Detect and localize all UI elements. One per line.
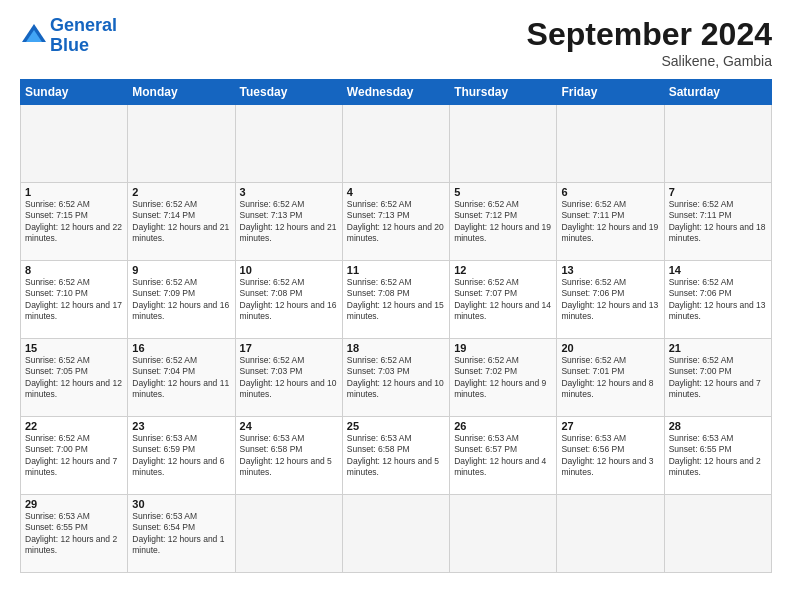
calendar-cell [235,105,342,183]
calendar-cell [450,495,557,573]
day-info: Sunrise: 6:52 AM Sunset: 7:13 PM Dayligh… [240,199,338,245]
logo-line1: General [50,15,117,35]
calendar-week-row: 29Sunrise: 6:53 AM Sunset: 6:55 PM Dayli… [21,495,772,573]
calendar-cell: 9Sunrise: 6:52 AM Sunset: 7:09 PM Daylig… [128,261,235,339]
calendar-cell: 21Sunrise: 6:52 AM Sunset: 7:00 PM Dayli… [664,339,771,417]
day-info: Sunrise: 6:52 AM Sunset: 7:08 PM Dayligh… [240,277,338,323]
day-info: Sunrise: 6:53 AM Sunset: 6:58 PM Dayligh… [347,433,445,479]
calendar-cell: 3Sunrise: 6:52 AM Sunset: 7:13 PM Daylig… [235,183,342,261]
calendar-cell: 12Sunrise: 6:52 AM Sunset: 7:07 PM Dayli… [450,261,557,339]
day-info: Sunrise: 6:52 AM Sunset: 7:11 PM Dayligh… [561,199,659,245]
logo-line2: Blue [50,35,89,55]
day-number: 30 [132,498,230,510]
day-number: 1 [25,186,123,198]
calendar-cell: 25Sunrise: 6:53 AM Sunset: 6:58 PM Dayli… [342,417,449,495]
day-number: 12 [454,264,552,276]
col-header-sunday: Sunday [21,80,128,105]
day-info: Sunrise: 6:52 AM Sunset: 7:00 PM Dayligh… [25,433,123,479]
calendar-cell: 17Sunrise: 6:52 AM Sunset: 7:03 PM Dayli… [235,339,342,417]
day-info: Sunrise: 6:53 AM Sunset: 6:57 PM Dayligh… [454,433,552,479]
day-number: 22 [25,420,123,432]
calendar-cell: 4Sunrise: 6:52 AM Sunset: 7:13 PM Daylig… [342,183,449,261]
day-info: Sunrise: 6:52 AM Sunset: 7:06 PM Dayligh… [669,277,767,323]
day-info: Sunrise: 6:52 AM Sunset: 7:03 PM Dayligh… [240,355,338,401]
logo-text: General Blue [50,16,117,56]
day-info: Sunrise: 6:53 AM Sunset: 6:54 PM Dayligh… [132,511,230,557]
calendar-cell [342,495,449,573]
day-number: 24 [240,420,338,432]
calendar-cell: 8Sunrise: 6:52 AM Sunset: 7:10 PM Daylig… [21,261,128,339]
day-info: Sunrise: 6:52 AM Sunset: 7:14 PM Dayligh… [132,199,230,245]
day-number: 25 [347,420,445,432]
calendar-cell: 22Sunrise: 6:52 AM Sunset: 7:00 PM Dayli… [21,417,128,495]
calendar-header-row: SundayMondayTuesdayWednesdayThursdayFrid… [21,80,772,105]
calendar-cell: 26Sunrise: 6:53 AM Sunset: 6:57 PM Dayli… [450,417,557,495]
col-header-monday: Monday [128,80,235,105]
col-header-friday: Friday [557,80,664,105]
calendar-cell: 6Sunrise: 6:52 AM Sunset: 7:11 PM Daylig… [557,183,664,261]
calendar-cell [21,105,128,183]
day-info: Sunrise: 6:52 AM Sunset: 7:00 PM Dayligh… [669,355,767,401]
col-header-thursday: Thursday [450,80,557,105]
calendar-cell: 28Sunrise: 6:53 AM Sunset: 6:55 PM Dayli… [664,417,771,495]
day-info: Sunrise: 6:52 AM Sunset: 7:01 PM Dayligh… [561,355,659,401]
calendar-cell [235,495,342,573]
day-number: 2 [132,186,230,198]
calendar-cell: 23Sunrise: 6:53 AM Sunset: 6:59 PM Dayli… [128,417,235,495]
day-number: 10 [240,264,338,276]
calendar-cell [664,105,771,183]
header: General Blue September 2024 Salikene, Ga… [20,16,772,69]
page: General Blue September 2024 Salikene, Ga… [0,0,792,612]
location-subtitle: Salikene, Gambia [527,53,772,69]
calendar-cell: 14Sunrise: 6:52 AM Sunset: 7:06 PM Dayli… [664,261,771,339]
calendar-cell: 13Sunrise: 6:52 AM Sunset: 7:06 PM Dayli… [557,261,664,339]
day-info: Sunrise: 6:52 AM Sunset: 7:06 PM Dayligh… [561,277,659,323]
calendar-cell: 16Sunrise: 6:52 AM Sunset: 7:04 PM Dayli… [128,339,235,417]
calendar-week-row: 1Sunrise: 6:52 AM Sunset: 7:15 PM Daylig… [21,183,772,261]
day-number: 18 [347,342,445,354]
calendar-cell: 24Sunrise: 6:53 AM Sunset: 6:58 PM Dayli… [235,417,342,495]
day-number: 21 [669,342,767,354]
col-header-wednesday: Wednesday [342,80,449,105]
day-number: 26 [454,420,552,432]
day-number: 29 [25,498,123,510]
calendar-cell: 15Sunrise: 6:52 AM Sunset: 7:05 PM Dayli… [21,339,128,417]
calendar-cell [342,105,449,183]
day-info: Sunrise: 6:52 AM Sunset: 7:03 PM Dayligh… [347,355,445,401]
day-number: 5 [454,186,552,198]
day-info: Sunrise: 6:52 AM Sunset: 7:11 PM Dayligh… [669,199,767,245]
day-number: 3 [240,186,338,198]
calendar-week-row: 15Sunrise: 6:52 AM Sunset: 7:05 PM Dayli… [21,339,772,417]
calendar-cell: 7Sunrise: 6:52 AM Sunset: 7:11 PM Daylig… [664,183,771,261]
day-info: Sunrise: 6:52 AM Sunset: 7:15 PM Dayligh… [25,199,123,245]
month-title: September 2024 [527,16,772,53]
day-info: Sunrise: 6:53 AM Sunset: 6:59 PM Dayligh… [132,433,230,479]
day-number: 17 [240,342,338,354]
calendar-week-row: 22Sunrise: 6:52 AM Sunset: 7:00 PM Dayli… [21,417,772,495]
day-number: 8 [25,264,123,276]
day-info: Sunrise: 6:52 AM Sunset: 7:07 PM Dayligh… [454,277,552,323]
day-number: 28 [669,420,767,432]
day-info: Sunrise: 6:52 AM Sunset: 7:13 PM Dayligh… [347,199,445,245]
day-info: Sunrise: 6:52 AM Sunset: 7:02 PM Dayligh… [454,355,552,401]
day-info: Sunrise: 6:52 AM Sunset: 7:08 PM Dayligh… [347,277,445,323]
day-info: Sunrise: 6:52 AM Sunset: 7:09 PM Dayligh… [132,277,230,323]
day-number: 13 [561,264,659,276]
day-info: Sunrise: 6:52 AM Sunset: 7:04 PM Dayligh… [132,355,230,401]
day-number: 6 [561,186,659,198]
calendar-cell [664,495,771,573]
calendar-cell [128,105,235,183]
day-info: Sunrise: 6:53 AM Sunset: 6:55 PM Dayligh… [25,511,123,557]
calendar-table: SundayMondayTuesdayWednesdayThursdayFrid… [20,79,772,573]
calendar-week-row: 8Sunrise: 6:52 AM Sunset: 7:10 PM Daylig… [21,261,772,339]
day-number: 9 [132,264,230,276]
calendar-cell: 2Sunrise: 6:52 AM Sunset: 7:14 PM Daylig… [128,183,235,261]
day-number: 16 [132,342,230,354]
day-number: 4 [347,186,445,198]
calendar-cell: 10Sunrise: 6:52 AM Sunset: 7:08 PM Dayli… [235,261,342,339]
calendar-week-row [21,105,772,183]
day-number: 14 [669,264,767,276]
calendar-cell: 29Sunrise: 6:53 AM Sunset: 6:55 PM Dayli… [21,495,128,573]
day-info: Sunrise: 6:53 AM Sunset: 6:56 PM Dayligh… [561,433,659,479]
calendar-cell: 30Sunrise: 6:53 AM Sunset: 6:54 PM Dayli… [128,495,235,573]
